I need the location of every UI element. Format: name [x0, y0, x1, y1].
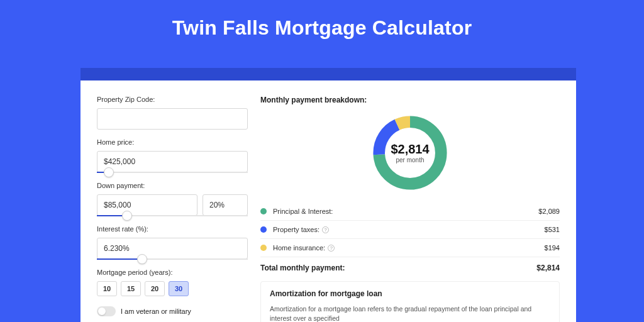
- veteran-row: I am veteran or military: [97, 306, 248, 316]
- period-button-15[interactable]: 15: [121, 281, 141, 296]
- period-button-10[interactable]: 10: [97, 281, 117, 296]
- veteran-toggle[interactable]: [97, 306, 116, 316]
- home-price-slider[interactable]: [97, 172, 248, 173]
- legend-row: Property taxes:?$531: [260, 221, 560, 239]
- donut-sub: per month: [396, 157, 424, 164]
- down-payment-slider[interactable]: [97, 215, 248, 216]
- period-button-20[interactable]: 20: [145, 281, 165, 296]
- breakdown-column: Monthly payment breakdown: $2,814 per mo…: [260, 96, 560, 322]
- interest-slider[interactable]: [97, 258, 248, 260]
- legend-dot-icon: [260, 245, 267, 251]
- total-label: Total monthly payment:: [260, 264, 536, 272]
- legend: Principal & Interest:$2,089Property taxe…: [260, 203, 560, 257]
- top-accent-bar: [80, 68, 576, 80]
- legend-value: $194: [545, 244, 560, 252]
- breakdown-title: Monthly payment breakdown:: [260, 96, 560, 104]
- period-label: Mortgage period (years):: [97, 269, 248, 276]
- zip-label: Property Zip Code:: [97, 96, 248, 103]
- legend-value: $531: [545, 226, 560, 233]
- down-payment-field: Down payment:: [97, 182, 248, 216]
- period-button-30[interactable]: 30: [169, 281, 189, 296]
- legend-label: Principal & Interest:: [273, 208, 538, 215]
- interest-input[interactable]: [97, 238, 248, 259]
- legend-row: Principal & Interest:$2,089: [260, 203, 560, 221]
- down-payment-label: Down payment:: [97, 182, 248, 189]
- down-payment-slider-thumb[interactable]: [122, 211, 132, 221]
- interest-field: Interest rate (%):: [97, 225, 248, 260]
- donut-total: $2,814: [391, 142, 429, 157]
- down-payment-pct-input[interactable]: [203, 194, 248, 216]
- total-amount: $2,814: [536, 264, 560, 272]
- interest-slider-thumb[interactable]: [137, 254, 147, 264]
- amortization-text: Amortization for a mortgage loan refers …: [270, 304, 550, 322]
- info-icon[interactable]: ?: [328, 245, 335, 252]
- veteran-label: I am veteran or military: [121, 308, 191, 315]
- period-field: Mortgage period (years): 10152030: [97, 269, 248, 296]
- home-price-field: Home price:: [97, 138, 248, 173]
- total-row: Total monthly payment: $2,814: [260, 257, 560, 281]
- legend-row: Home insurance:?$194: [260, 239, 560, 257]
- amortization-title: Amortization for mortgage loan: [270, 289, 550, 298]
- calculator-panel: Property Zip Code: Home price: Down paym…: [80, 80, 576, 322]
- inputs-column: Property Zip Code: Home price: Down paym…: [97, 96, 248, 322]
- legend-label: Property taxes:?: [273, 226, 545, 233]
- donut-chart-wrap: $2,814 per month: [260, 112, 560, 194]
- down-payment-input[interactable]: [97, 194, 197, 216]
- interest-label: Interest rate (%):: [97, 225, 248, 233]
- donut-chart: $2,814 per month: [369, 112, 451, 194]
- legend-value: $2,089: [538, 208, 560, 215]
- home-price-input[interactable]: [97, 151, 248, 172]
- legend-dot-icon: [260, 226, 267, 233]
- zip-field: Property Zip Code:: [97, 96, 248, 130]
- home-price-slider-thumb[interactable]: [104, 167, 114, 177]
- page-title: Twin Falls Mortgage Calculator: [0, 0, 644, 55]
- zip-input[interactable]: [97, 108, 248, 130]
- info-icon[interactable]: ?: [322, 226, 329, 233]
- home-price-label: Home price:: [97, 138, 248, 146]
- amortization-card: Amortization for mortgage loan Amortizat…: [260, 281, 560, 322]
- legend-label: Home insurance:?: [273, 244, 545, 252]
- legend-dot-icon: [260, 208, 267, 214]
